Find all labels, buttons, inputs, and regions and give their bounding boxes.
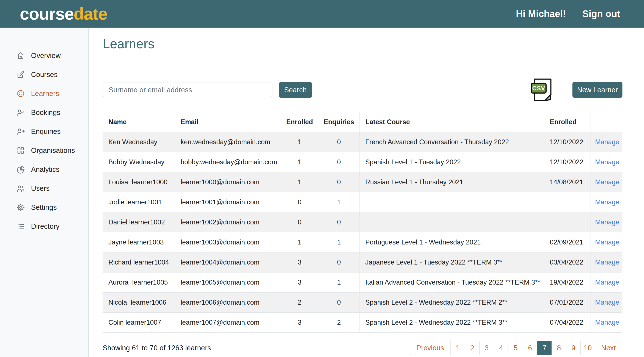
grid-icon [16, 146, 25, 155]
sidebar-item-courses[interactable]: Courses [0, 65, 88, 84]
gear-icon [16, 203, 25, 212]
cell-name: Aurora learner1005 [103, 272, 175, 292]
pagination-page-2[interactable]: 2 [465, 341, 480, 355]
table-row: Ken Wednesdayken.wednesday@domain.com10F… [103, 132, 622, 152]
sidebar-item-settings[interactable]: Settings [0, 198, 88, 217]
manage-link[interactable]: Manage [595, 258, 619, 266]
smiley-icon [16, 89, 25, 98]
cell-enrolled: 0 [281, 192, 318, 212]
pagination-next[interactable]: Next [595, 341, 622, 355]
pagination-page-5[interactable]: 5 [508, 341, 523, 355]
pagination: Previous 12345678910 Next [410, 341, 622, 355]
pagination-page-8[interactable]: 8 [552, 341, 566, 355]
cell-manage: Manage [591, 132, 622, 152]
cell-enquiries: 0 [318, 152, 360, 172]
cell-enquiries: 0 [318, 212, 360, 232]
manage-link[interactable]: Manage [595, 319, 619, 326]
table-header-row: NameEmailEnrolledEnquiriesLatest CourseE… [103, 112, 622, 132]
sidebar-item-users[interactable]: Users [0, 179, 88, 198]
cell-manage: Manage [591, 212, 622, 232]
cell-enquiries: 0 [318, 292, 360, 312]
learners-table: NameEmailEnrolledEnquiriesLatest CourseE… [102, 112, 622, 333]
cell-email: learner1002@domain.com [175, 212, 281, 232]
csv-badge-label: CSV [532, 85, 545, 92]
manage-link[interactable]: Manage [595, 298, 619, 306]
sidebar-item-label: Analytics [31, 165, 60, 174]
sidebar-item-label: Learners [31, 90, 59, 98]
cell-name: Bobby Wednesday [103, 152, 175, 172]
sidebar-item-label: Overview [31, 52, 61, 60]
house-icon [16, 51, 25, 60]
app-logo[interactable]: coursedate [20, 6, 107, 22]
sidebar-nav: OverviewCoursesLearnersBookingsEnquiries… [0, 28, 89, 357]
table-row: Richard learner1004learner1004@domain.co… [103, 252, 622, 272]
sidebar-item-bookings[interactable]: Bookings [0, 103, 88, 122]
column-header-email: Email [175, 112, 281, 132]
cell-latest_course [360, 212, 544, 232]
cell-enquiries: 1 [318, 192, 360, 212]
cell-enrolled_date: 07/04/2022 [544, 312, 591, 333]
manage-link[interactable]: Manage [595, 238, 619, 246]
pagination-page-7[interactable]: 7 [537, 341, 552, 355]
person-plus-icon [16, 127, 25, 136]
pagination-previous[interactable]: Previous [410, 341, 451, 355]
cell-latest_course: Italian Advanced Conversation - Tuesday … [360, 272, 544, 292]
cell-email: bobby.wednesday@domain.com [175, 152, 281, 172]
cell-manage: Manage [591, 232, 622, 252]
cell-email: learner1004@domain.com [175, 252, 281, 272]
cell-manage: Manage [591, 172, 622, 192]
cell-latest_course: French Advanced Conversation - Thursday … [360, 132, 544, 152]
pagination-page-6[interactable]: 6 [523, 341, 537, 355]
manage-link[interactable]: Manage [595, 138, 619, 146]
cell-enrolled: 1 [281, 172, 318, 192]
sidebar-item-label: Users [31, 184, 50, 192]
table-row: Bobby Wednesdaybobby.wednesday@domain.co… [103, 152, 622, 172]
manage-link[interactable]: Manage [595, 218, 619, 226]
sidebar-item-label: Settings [31, 203, 57, 212]
cell-enquiries: 0 [318, 172, 360, 192]
pagination-page-9[interactable]: 9 [566, 341, 581, 355]
sidebar-item-enquiries[interactable]: Enquiries [0, 122, 88, 141]
manage-link[interactable]: Manage [595, 278, 619, 286]
page-title: Learners [102, 36, 622, 51]
cell-enrolled: 1 [281, 232, 318, 252]
pagination-page-10[interactable]: 10 [580, 341, 595, 355]
manage-link[interactable]: Manage [595, 158, 619, 166]
cell-manage: Manage [591, 252, 622, 272]
sidebar-item-analytics[interactable]: Analytics [0, 160, 88, 179]
manage-link[interactable]: Manage [595, 178, 619, 186]
column-header-manage [591, 112, 622, 132]
sidebar-item-label: Enquiries [31, 128, 61, 136]
showing-count-text: Showing 61 to 70 of 1263 learners [102, 344, 211, 352]
top-header: coursedate Hi Michael! Sign out [0, 0, 644, 28]
cell-enrolled: 3 [281, 312, 318, 333]
column-header-latest_course: Latest Course [360, 112, 544, 132]
sign-out-link[interactable]: Sign out [582, 8, 620, 19]
csv-export-icon[interactable]: CSV [531, 78, 552, 101]
sidebar-item-label: Bookings [31, 108, 60, 117]
cell-enrolled: 3 [281, 252, 318, 272]
new-learner-button[interactable]: New Learner [572, 82, 622, 98]
cell-email: learner1006@domain.com [175, 292, 281, 312]
sidebar-item-label: Directory [31, 222, 60, 230]
cell-manage: Manage [591, 292, 622, 312]
sidebar-item-organisations[interactable]: Organisations [0, 141, 88, 160]
cell-name: Ken Wednesday [103, 132, 175, 152]
search-input[interactable] [102, 82, 272, 97]
pagination-page-3[interactable]: 3 [479, 341, 494, 355]
pagination-page-1[interactable]: 1 [450, 341, 465, 355]
cell-latest_course: Portuguese Level 1 - Wednesday 2021 [360, 232, 544, 252]
table-footer: Showing 61 to 70 of 1263 learners Previo… [102, 341, 622, 355]
cell-manage: Manage [591, 192, 622, 212]
pagination-page-4[interactable]: 4 [494, 341, 508, 355]
sidebar-item-learners[interactable]: Learners [0, 84, 88, 103]
table-row: Jayne learner1003learner1003@domain.com1… [103, 232, 622, 252]
manage-link[interactable]: Manage [595, 198, 619, 206]
cell-manage: Manage [591, 312, 622, 333]
logo-text-date: date [74, 4, 107, 23]
cell-name: Jayne learner1003 [103, 232, 175, 252]
sidebar-item-overview[interactable]: Overview [0, 46, 88, 65]
sidebar-item-directory[interactable]: Directory [0, 217, 88, 236]
people-icon [16, 184, 25, 193]
search-button[interactable]: Search [279, 82, 312, 98]
